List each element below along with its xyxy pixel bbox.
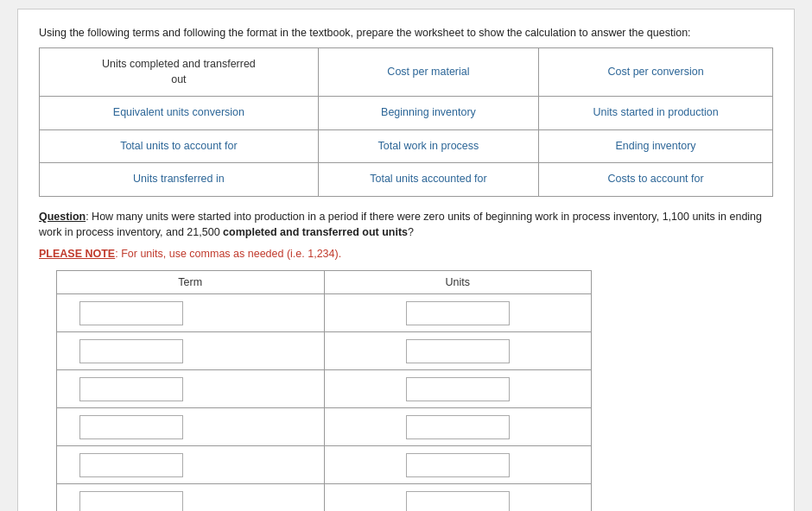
ws-term-input-2[interactable] [79, 339, 183, 363]
ws-row-2 [57, 332, 592, 370]
instruction-text: Using the following terms and following … [39, 27, 773, 39]
ref-cell-total-units-accounted: Total units accounted for [318, 163, 538, 197]
ws-row-1 [57, 294, 592, 332]
ws-term-cell-2 [57, 332, 325, 370]
ws-term-cell-4 [57, 408, 325, 446]
question-bold: completed and transferred out units [223, 226, 408, 238]
ws-row-6 [57, 484, 592, 512]
ws-units-input-5[interactable] [406, 453, 510, 477]
ref-cell-ending-inv: Ending inventory [539, 129, 773, 163]
ws-units-cell-4 [324, 408, 591, 446]
ws-units-input-3[interactable] [406, 377, 510, 401]
ref-cell-equiv-units: Equivalent units conversion [40, 97, 319, 130]
ws-term-input-6[interactable] [79, 491, 183, 512]
ref-row-1: Units completed and transferredout Cost … [40, 48, 773, 97]
note-label: PLEASE NOTE [39, 248, 115, 260]
ws-row-5 [57, 446, 592, 484]
ws-term-input-5[interactable] [79, 453, 183, 477]
ref-cell-cost-conversion: Cost per conversion [539, 48, 773, 97]
ref-cell-cost-material: Cost per material [318, 48, 538, 97]
ref-cell-costs-acct: Costs to account for [539, 163, 773, 197]
note-text: : For units, use commas as needed (i.e. … [115, 248, 341, 260]
ws-row-3 [57, 370, 592, 408]
ws-row-4 [57, 408, 592, 446]
ws-term-cell-5 [57, 446, 325, 484]
ws-header-row: Term Units [57, 271, 592, 294]
ref-row-3: Total units to account for Total work in… [40, 129, 773, 163]
reference-table: Units completed and transferredout Cost … [39, 47, 773, 197]
ws-units-input-4[interactable] [406, 415, 510, 439]
ws-term-cell-3 [57, 370, 325, 408]
ws-units-input-1[interactable] [406, 301, 510, 325]
question-label: Question [39, 211, 86, 223]
units-header: Units [324, 271, 591, 294]
worksheet-table: Term Units [56, 270, 592, 511]
ws-term-cell-6 [57, 484, 325, 512]
note-block: PLEASE NOTE: For units, use commas as ne… [39, 248, 773, 260]
question-block: Question: How many units were started in… [39, 209, 773, 242]
ref-cell-total-units-acct: Total units to account for [40, 129, 319, 163]
term-header: Term [57, 271, 325, 294]
ws-units-cell-2 [324, 332, 591, 370]
ws-term-input-1[interactable] [79, 301, 183, 325]
ws-units-cell-6 [324, 484, 591, 512]
question-end: ? [408, 226, 414, 238]
ws-term-input-4[interactable] [79, 415, 183, 439]
ws-units-cell-1 [324, 294, 591, 332]
ws-units-cell-5 [324, 446, 591, 484]
ref-cell-beginning-inv: Beginning inventory [318, 97, 538, 130]
ws-term-cell-1 [57, 294, 325, 332]
main-page: Using the following terms and following … [17, 9, 795, 511]
ref-cell-units-completed: Units completed and transferredout [40, 48, 319, 97]
ref-row-2: Equivalent units conversion Beginning in… [40, 97, 773, 130]
ref-cell-total-wip: Total work in process [318, 129, 538, 163]
ws-term-input-3[interactable] [79, 377, 183, 401]
ref-cell-units-transferred: Units transferred in [40, 163, 319, 197]
ws-units-cell-3 [324, 370, 591, 408]
ws-units-input-6[interactable] [406, 491, 510, 512]
ref-row-4: Units transferred in Total units account… [40, 163, 773, 197]
ref-cell-units-started: Units started in production [539, 97, 773, 130]
ws-units-input-2[interactable] [406, 339, 510, 363]
